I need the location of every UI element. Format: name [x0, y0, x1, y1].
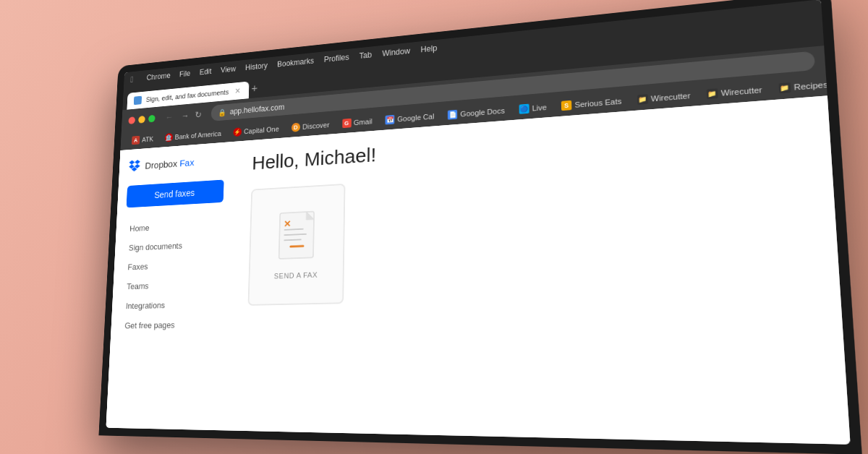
bookmark-cap-label: Capital One — [244, 125, 279, 135]
bookmark-wc1-label: Wirecutter — [651, 91, 691, 103]
bookmark-wirecutter-2[interactable]: 📁 Wirecutter — [699, 82, 769, 102]
fullscreen-window-button[interactable] — [148, 115, 156, 123]
bookmark-serious-icon: S — [561, 100, 572, 111]
bookmark-gdocs[interactable]: 📄 Google Docs — [443, 103, 511, 122]
bookmark-serious-label: Serious Eats — [574, 97, 621, 109]
apple-logo-icon:  — [130, 74, 134, 84]
menu-chrome[interactable]: Chrome — [146, 72, 170, 82]
back-button[interactable]: ← — [163, 111, 176, 124]
bookmark-live-icon: 🔵 — [519, 104, 529, 114]
bookmark-live-label: Live — [532, 103, 546, 113]
svg-line-3 — [284, 239, 301, 240]
main-content: Hello, Michael! — [225, 105, 850, 445]
send-faxes-button[interactable]: Send faxes — [127, 179, 224, 207]
logo-text: Dropbox Fax — [145, 157, 194, 171]
bookmark-wc1-icon: 📁 — [637, 94, 647, 105]
nav-item-faxes[interactable]: Faxes — [123, 254, 221, 276]
sidebar: Dropbox Fax Send faxes Home Sign documen… — [106, 149, 234, 430]
bookmark-gcal-icon: 📅 — [386, 115, 395, 125]
logo-area: Dropbox Fax — [128, 150, 225, 174]
bookmark-gcal-label: Google Cal — [397, 112, 434, 123]
address-text: app.hellofax.com — [230, 103, 285, 116]
nav-buttons: ← → ↻ — [163, 108, 207, 124]
svg-text:✕: ✕ — [284, 219, 291, 230]
bookmark-boa[interactable]: 🏦 Bank of America — [160, 127, 226, 144]
logo-fax-word: Fax — [179, 157, 195, 168]
nav-item-teams[interactable]: Teams — [122, 275, 221, 296]
menu-view[interactable]: View — [221, 64, 236, 74]
send-a-fax-label: SEND A FAX — [274, 270, 318, 280]
nav-item-get-free-pages[interactable]: Get free pages — [120, 314, 220, 335]
laptop-screen:  Chrome File Edit View History Bookmark… — [98, 0, 861, 454]
bookmark-gdocs-icon: 📄 — [448, 110, 457, 120]
lock-icon: 🔒 — [218, 108, 226, 117]
bookmark-wc2-icon: 📁 — [706, 88, 718, 99]
nav-item-integrations[interactable]: Integrations — [121, 294, 220, 315]
menu-window[interactable]: Window — [382, 46, 410, 58]
bookmark-gmail[interactable]: G Gmail — [337, 114, 378, 130]
menu-bookmarks[interactable]: Bookmarks — [277, 56, 314, 69]
bookmark-gmail-label: Gmail — [354, 117, 373, 127]
traffic-lights — [128, 115, 155, 124]
bookmark-boa-label: Bank of America — [175, 129, 222, 140]
menu-file[interactable]: File — [179, 69, 191, 79]
bookmark-recipes-icon: 📁 — [778, 82, 791, 93]
bookmark-discover-label: Discover — [302, 121, 329, 131]
nav-item-sign-documents[interactable]: Sign documents — [124, 235, 222, 257]
bookmark-serious-eats[interactable]: S Serious Eats — [556, 93, 628, 113]
bookmark-recipes[interactable]: 📁 Recipes — [772, 77, 827, 96]
page-content: Dropbox Fax Send faxes Home Sign documen… — [106, 95, 850, 444]
forward-button[interactable]: → — [179, 109, 192, 122]
bookmark-atk[interactable]: A ATK — [127, 132, 158, 147]
new-tab-button[interactable]: + — [251, 82, 258, 98]
bookmark-wirecutter-1[interactable]: 📁 Wirecutter — [631, 88, 697, 108]
menu-edit[interactable]: Edit — [200, 67, 212, 77]
menu-help[interactable]: Help — [421, 43, 438, 54]
bookmark-gdocs-label: Google Docs — [460, 106, 505, 118]
tab-favicon-icon — [134, 96, 142, 105]
bookmark-live[interactable]: 🔵 Live — [514, 100, 553, 116]
bookmark-gcal[interactable]: 📅 Google Cal — [380, 109, 439, 127]
fax-document-icon: ✕ — [274, 210, 320, 264]
bookmark-recipes-label: Recipes — [793, 80, 827, 92]
bookmark-wc2-label: Wirecutter — [720, 85, 762, 98]
bookmark-discover[interactable]: D Discover — [286, 118, 335, 134]
laptop-wrapper:  Chrome File Edit View History Bookmark… — [54, 10, 814, 444]
webpage: Dropbox Fax Send faxes Home Sign documen… — [106, 95, 850, 444]
bookmark-boa-icon: 🏦 — [164, 133, 173, 142]
nav-list: Home Sign documents Faxes Teams Integrat… — [120, 215, 223, 335]
bookmark-discover-icon: D — [292, 123, 300, 132]
svg-line-5 — [291, 246, 304, 247]
logo-dropbox-word: Dropbox — [145, 158, 177, 171]
send-a-fax-card[interactable]: ✕ SEND A FAX — [248, 184, 346, 306]
close-window-button[interactable] — [128, 116, 135, 124]
bookmark-capital-one[interactable]: ⚡ Capital One — [228, 122, 284, 139]
bookmark-cap-icon: ⚡ — [233, 127, 242, 137]
menu-profiles[interactable]: Profiles — [324, 53, 349, 64]
nav-item-home[interactable]: Home — [124, 215, 223, 238]
fax-card-grid: ✕ SEND A FAX — [248, 155, 814, 305]
tab-close-button[interactable]: ✕ — [234, 86, 242, 95]
minimize-window-button[interactable] — [138, 116, 145, 124]
refresh-button[interactable]: ↻ — [195, 109, 202, 119]
screen-inner:  Chrome File Edit View History Bookmark… — [106, 0, 850, 445]
bookmark-atk-label: ATK — [142, 135, 153, 143]
bookmark-atk-icon: A — [132, 136, 140, 145]
tab-title: Sign, edit, and fax documents — [146, 88, 229, 103]
menu-tab[interactable]: Tab — [359, 51, 372, 61]
dropbox-logo-icon — [128, 158, 142, 174]
menu-history[interactable]: History — [245, 61, 268, 72]
bookmark-gmail-icon: G — [342, 119, 352, 128]
